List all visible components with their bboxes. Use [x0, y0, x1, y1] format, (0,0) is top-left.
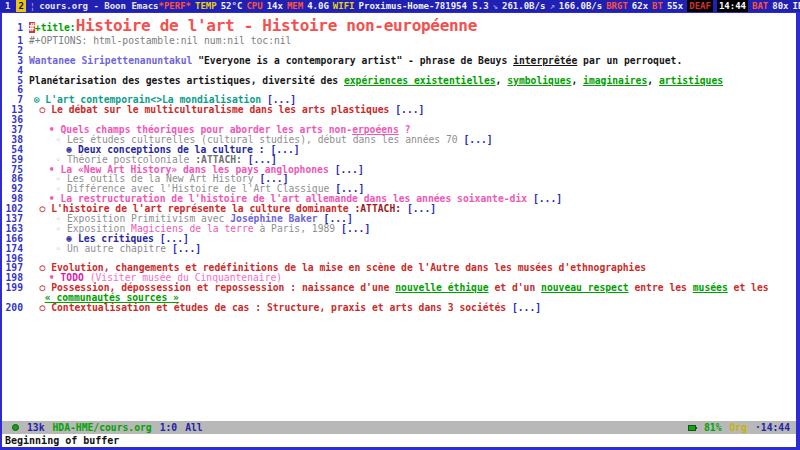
status-segment: 62x — [632, 0, 648, 12]
status-segment: 55x — [667, 0, 683, 12]
line-number: 4 — [2, 66, 29, 76]
text-segment: +title: — [35, 22, 76, 33]
text-segment: , — [496, 75, 508, 86]
line-text: #+OPTIONS: html-postamble:nil num:nil to… — [29, 36, 291, 46]
status-segment: CPU — [246, 0, 262, 12]
status-segment: 4.0G — [307, 0, 329, 12]
battery-percent: 81% — [704, 421, 722, 434]
text-segment: et d'un — [489, 282, 542, 293]
text-segment: , — [647, 75, 659, 86]
battery-icon — [688, 425, 696, 431]
line-text: ○ Contextualisation et études de cas : S… — [29, 303, 541, 313]
buffer-state-icon — [12, 424, 19, 431]
status-segment: Proximus-Home-781954 5.3 — [359, 0, 489, 12]
desktop-screen: 1 2 ¦ cours.org - Boon Emacs *PERF*TEMP5… — [0, 0, 800, 450]
status-segment: 166.0B/s — [559, 0, 602, 12]
line-number: 5 — [2, 76, 29, 86]
line-number: 6 — [2, 85, 29, 95]
org-link[interactable]: imaginaires — [583, 75, 647, 86]
topbar-separator: ¦ — [30, 0, 35, 12]
status-segment: IBL — [793, 0, 800, 12]
org-link[interactable]: symboliques — [507, 75, 571, 86]
status-segment: 261.0B/s — [502, 0, 545, 12]
text-segment: [...] — [395, 104, 424, 115]
org-link[interactable]: musées — [693, 282, 728, 293]
line-number: 1 — [2, 17, 29, 38]
text-segment: interprêtée — [513, 55, 577, 66]
topbar-left: 1 2 ¦ cours.org - Boon Emacs — [3, 0, 158, 12]
workspace-2-button[interactable]: 2 — [16, 0, 25, 12]
text-segment: et les — [728, 282, 769, 293]
line-text: Wantanee Siripettenanuntakul "Everyone i… — [29, 56, 682, 66]
status-segment: DEAF — [687, 0, 713, 12]
line-text: ◦ Un autre chapitre [...] — [29, 244, 201, 254]
org-link[interactable]: nouvelle éthique — [395, 282, 488, 293]
status-segment: 80x — [772, 0, 788, 12]
scroll-indicator: All — [185, 421, 203, 434]
mode-line: 13k HDA-HME/cours.org 1:0 All 81% Org ·1… — [2, 421, 796, 434]
status-segment: WIFI — [333, 0, 355, 12]
status-segment: BT — [652, 0, 663, 12]
modeline-clock: ·14:44 — [755, 421, 790, 434]
buffer-size: 13k — [27, 421, 45, 434]
editor-row[interactable]: 3Wantanee Siripettenanuntakul "Everyone … — [2, 56, 796, 66]
emacs-frame: 1#+title:Histoire de l'art - Histoire no… — [0, 12, 800, 450]
line-number: 1 — [2, 36, 29, 46]
text-segment: par un perroquet. — [577, 55, 682, 66]
text-segment: [...] — [464, 134, 493, 145]
text-segment: [...] — [341, 223, 370, 234]
text-segment: ○ Contextualisation et études de cas : S… — [39, 302, 511, 313]
modeline-right: 81% Org ·14:44 — [688, 421, 790, 434]
text-segment: #+OPTIONS: html-postamble:nil num:nil to… — [29, 35, 291, 46]
text-segment: Planétarisation des gestes artistiques, … — [29, 75, 344, 86]
text-segment: [...] — [533, 193, 562, 204]
line-number: 2 — [2, 46, 29, 56]
line-text: Planétarisation des gestes artistiques, … — [29, 76, 723, 86]
status-segment: 14:44 — [717, 0, 748, 12]
major-mode-label[interactable]: Org — [730, 421, 748, 434]
status-segment: TEMP — [195, 0, 217, 12]
text-segment: [...] — [407, 203, 436, 214]
text-segment: ○ Le débat sur le multiculturalisme dans… — [39, 104, 395, 115]
text-segment: entre les — [629, 282, 693, 293]
status-segment: MEM — [287, 0, 303, 12]
editor-row[interactable]: 200○ Contextualisation et études de cas … — [2, 303, 796, 313]
workspace-1-button[interactable]: 1 — [3, 0, 12, 12]
status-segment: 14x — [267, 0, 283, 12]
system-indicators: *PERF*TEMP52°CCPU14xMEM4.0GWIFIProximus-… — [158, 0, 800, 12]
modeline-left: 13k HDA-HME/cours.org 1:0 All — [12, 421, 203, 434]
text-segment: à Paris, 1989 — [254, 223, 342, 234]
text-segment: [...] — [512, 302, 541, 313]
status-segment: BAT — [752, 0, 768, 12]
org-link[interactable]: artistiques — [659, 75, 723, 86]
text-segment: Histoire de l'art - Histoire non-europée… — [76, 16, 477, 35]
text-segment: Wantanee Siripettenanuntakul — [29, 55, 192, 66]
cursor-position: 1:0 — [160, 421, 178, 434]
buffer-file-name[interactable]: HDA-HME/cours.org — [53, 421, 152, 434]
status-segment: BRGT — [606, 0, 628, 12]
status-segment: *PERF* — [158, 0, 191, 12]
status-segment: ↗ — [549, 0, 554, 12]
text-segment: [...] — [172, 243, 201, 254]
line-number: 3 — [2, 56, 29, 66]
text-segment: [...] — [335, 164, 364, 175]
system-status-bar: 1 2 ¦ cours.org - Boon Emacs *PERF*TEMP5… — [0, 0, 800, 12]
status-segment: ↘ — [493, 0, 498, 12]
echo-area-message: Beginning of buffer — [2, 434, 796, 447]
text-segment: "Everyone is a contemporary artist" - ph… — [192, 55, 513, 66]
line-number: 200 — [2, 303, 29, 313]
text-segment: :ATTACH: — [354, 203, 401, 214]
org-buffer[interactable]: 1#+title:Histoire de l'art - Histoire no… — [2, 13, 796, 421]
editor-row[interactable]: 5Planétarisation des gestes artistiques,… — [2, 76, 796, 86]
editor-row[interactable]: 13○ Le débat sur le multiculturalisme da… — [2, 105, 796, 115]
status-segment: 52°C — [221, 0, 243, 12]
text-segment: , — [571, 75, 583, 86]
org-link[interactable]: expériences existentielles — [344, 75, 496, 86]
text-segment: ◦ Un autre chapitre — [55, 243, 172, 254]
window-title: cours.org - Boon Emacs — [39, 0, 158, 12]
org-link[interactable]: nouveau respect — [541, 282, 629, 293]
line-text: ○ Le débat sur le multiculturalisme dans… — [29, 105, 424, 115]
editor-row[interactable]: 1#+title:Histoire de l'art - Histoire no… — [2, 15, 796, 36]
line-number: 199 — [2, 283, 29, 293]
editor-row[interactable]: 174◦ Un autre chapitre [...] — [2, 244, 796, 254]
